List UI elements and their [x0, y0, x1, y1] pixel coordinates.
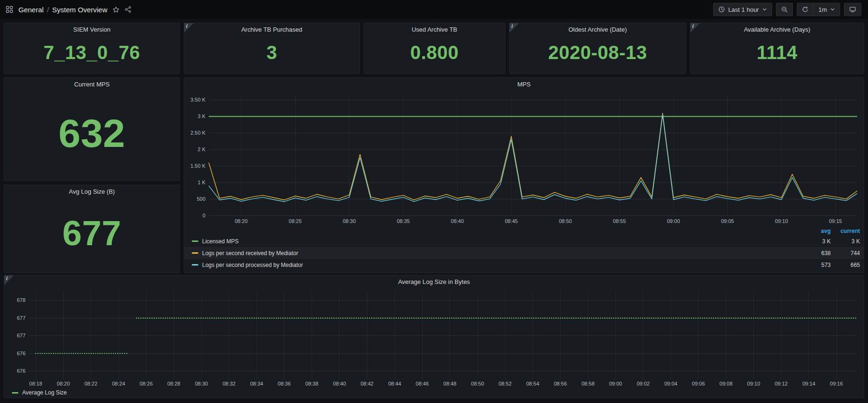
- breadcrumb-folder[interactable]: General: [18, 6, 43, 14]
- stat-value: 7_13_0_76: [4, 35, 179, 73]
- svg-text:677: 677: [17, 333, 26, 338]
- caret-down-icon: [762, 7, 767, 12]
- monitor-icon: [849, 6, 856, 13]
- panel-info-icon[interactable]: i: [184, 23, 194, 33]
- svg-text:08:26: 08:26: [140, 381, 153, 386]
- svg-text:08:52: 08:52: [499, 381, 512, 386]
- svg-text:3 K: 3 K: [197, 113, 205, 119]
- legend-avg-value: 638: [802, 250, 831, 257]
- panel-current-mps: Current MPS 632: [4, 77, 180, 181]
- zoom-out-icon: [781, 6, 788, 13]
- panel-info-icon[interactable]: i: [510, 23, 519, 33]
- refresh-button[interactable]: [797, 3, 814, 16]
- svg-text:09:04: 09:04: [664, 381, 678, 386]
- clock-icon: [718, 6, 725, 13]
- panel-title[interactable]: MPS: [184, 78, 864, 90]
- legend-series-label[interactable]: Average Log Size: [22, 389, 67, 396]
- svg-text:0: 0: [203, 213, 205, 218]
- svg-text:2.50 K: 2.50 K: [190, 130, 205, 136]
- legend-series-toggle[interactable]: Licensed MPS: [192, 238, 802, 245]
- svg-text:09:00: 09:00: [667, 218, 680, 224]
- svg-text:08:24: 08:24: [112, 381, 125, 386]
- refresh-interval-label: 1m: [818, 6, 827, 13]
- legend-series-toggle[interactable]: Logs per second received by Mediator: [192, 250, 802, 257]
- legend-row: Licensed MPS 3 K 3 K: [184, 235, 864, 247]
- stat-value: 2020-08-13: [510, 35, 686, 73]
- svg-text:08:22: 08:22: [85, 381, 98, 386]
- mps-legend: avg current Licensed MPS 3 K 3 K: [184, 227, 864, 273]
- legend-row: Logs per second processed by Mediator 57…: [184, 259, 864, 271]
- svg-text:09:06: 09:06: [692, 381, 705, 386]
- panel-title[interactable]: Average Log Size in Bytes: [4, 275, 864, 288]
- svg-text:08:44: 08:44: [388, 381, 401, 386]
- panel-siem-version: SIEM Version 7_13_0_76: [4, 23, 180, 74]
- svg-text:08:54: 08:54: [526, 381, 539, 386]
- svg-text:500: 500: [197, 196, 205, 202]
- dashboard-grid: SIEM Version 7_13_0_76 i Archive TB Purc…: [0, 19, 868, 402]
- caret-down-icon: [830, 7, 835, 12]
- svg-text:1 K: 1 K: [197, 180, 205, 185]
- svg-text:08:30: 08:30: [343, 218, 356, 224]
- svg-text:08:45: 08:45: [505, 218, 518, 224]
- zoom-out-button[interactable]: [776, 3, 793, 16]
- panel-avg-log-size-chart: i Average Log Size in Bytes 678677677676…: [4, 275, 864, 398]
- mps-chart-canvas[interactable]: 3.50 K3 K2.50 K2 K1.50 K1 K500008:2008:2…: [184, 90, 864, 227]
- time-range-label: Last 1 hour: [728, 6, 759, 13]
- svg-text:08:42: 08:42: [360, 381, 374, 386]
- stat-value: 3: [184, 35, 359, 73]
- apps-grid-icon[interactable]: [6, 6, 13, 13]
- panel-info-icon[interactable]: i: [4, 275, 14, 285]
- top-navbar: General / System Overview Last 1 hour: [0, 0, 868, 19]
- svg-text:08:18: 08:18: [29, 381, 43, 386]
- svg-text:08:55: 08:55: [613, 218, 626, 224]
- svg-text:677: 677: [17, 315, 26, 321]
- breadcrumb-separator: /: [47, 6, 49, 14]
- legend-avg-value: 573: [802, 262, 831, 268]
- svg-text:08:35: 08:35: [397, 218, 410, 224]
- legend-col-current[interactable]: current: [831, 228, 860, 234]
- panel-title[interactable]: Used Archive TB: [364, 23, 505, 35]
- panel-title[interactable]: Available Archive (Days): [690, 23, 864, 35]
- panel-title[interactable]: Archive TB Purchased: [184, 23, 359, 35]
- legend-current-value: 3 K: [831, 238, 860, 245]
- avg-log-size-chart-canvas[interactable]: 67867767767667608:1808:2008:2208:2408:26…: [4, 288, 864, 387]
- svg-text:08:20: 08:20: [57, 381, 70, 386]
- svg-text:08:40: 08:40: [333, 381, 346, 386]
- svg-text:09:10: 09:10: [747, 381, 760, 386]
- svg-text:09:08: 09:08: [720, 381, 733, 386]
- svg-text:08:50: 08:50: [471, 381, 484, 386]
- svg-text:08:36: 08:36: [278, 381, 291, 386]
- svg-text:1.50 K: 1.50 K: [190, 163, 205, 169]
- refresh-interval-picker[interactable]: 1m: [814, 3, 840, 16]
- svg-text:08:34: 08:34: [250, 381, 264, 386]
- panel-title[interactable]: Oldest Archive (Date): [510, 23, 686, 35]
- stat-value: 0.800: [364, 35, 505, 73]
- panel-archive-tb-purchased: i Archive TB Purchased 3: [184, 23, 360, 74]
- svg-text:09:12: 09:12: [774, 381, 788, 386]
- refresh-controls: 1m: [797, 3, 840, 16]
- breadcrumb[interactable]: General / System Overview: [18, 6, 107, 14]
- svg-text:2 K: 2 K: [197, 146, 205, 152]
- series-color-marker: [192, 264, 198, 266]
- svg-text:09:05: 09:05: [721, 218, 734, 224]
- panel-title[interactable]: Current MPS: [4, 78, 179, 90]
- svg-text:08:38: 08:38: [306, 381, 319, 386]
- time-range-picker[interactable]: Last 1 hour: [713, 3, 772, 16]
- panel-available-archive-days: i Available Archive (Days) 1114: [690, 23, 864, 74]
- panel-info-icon[interactable]: i: [690, 23, 700, 33]
- breadcrumb-dashboard-title[interactable]: System Overview: [52, 6, 108, 14]
- svg-text:08:48: 08:48: [443, 381, 457, 386]
- panel-title[interactable]: SIEM Version: [4, 23, 179, 35]
- series-color-marker: [192, 240, 198, 242]
- legend-series-toggle[interactable]: Logs per second processed by Mediator: [192, 262, 802, 268]
- share-icon[interactable]: [125, 6, 131, 13]
- svg-text:08:32: 08:32: [222, 381, 236, 386]
- star-icon[interactable]: [112, 6, 119, 13]
- panel-title[interactable]: Avg Log Size (B): [4, 185, 179, 197]
- svg-text:08:50: 08:50: [559, 218, 572, 224]
- legend-col-avg[interactable]: avg: [802, 228, 831, 234]
- tv-mode-button[interactable]: [844, 3, 861, 16]
- svg-text:08:56: 08:56: [554, 381, 567, 386]
- svg-text:09:00: 09:00: [609, 381, 622, 386]
- series-color-marker: [192, 252, 198, 254]
